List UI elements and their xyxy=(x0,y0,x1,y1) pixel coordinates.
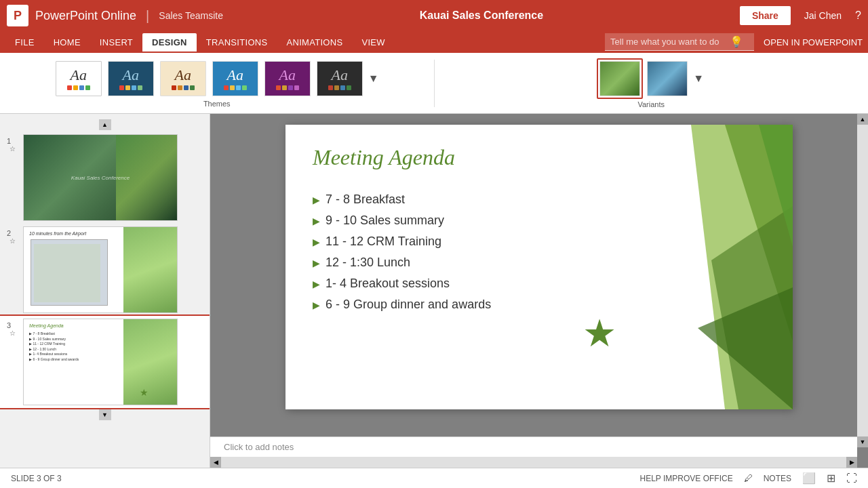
agenda-item-6: ▶ 6 - 9 Group dinner and awards xyxy=(313,298,491,312)
slide-number-1: 1 xyxy=(7,134,18,145)
search-input[interactable] xyxy=(610,37,726,47)
variant-green[interactable] xyxy=(597,58,643,99)
agenda-text-1: 7 - 8 Breakfast xyxy=(326,192,405,207)
help-icon[interactable]: ? xyxy=(855,9,861,22)
themes-scroll-down-button[interactable]: ▼ xyxy=(367,71,380,86)
variants-list: ▼ xyxy=(597,58,705,99)
status-bar: SLIDE 3 OF 3 HELP IMPROVE OFFICE 🖊 NOTES… xyxy=(0,468,868,488)
scrollbar-down-button[interactable]: ▼ xyxy=(857,436,868,447)
notes-bar[interactable]: Click to add notes xyxy=(210,436,857,457)
tab-transitions[interactable]: TRANSITIONS xyxy=(197,33,277,52)
document-title: Kauai Sales Conference xyxy=(230,9,733,22)
themes-section: Aa Aa xyxy=(5,59,429,108)
agenda-text-2: 9 - 10 Sales summary xyxy=(326,214,444,228)
themes-label: Themes xyxy=(203,100,231,108)
ribbon-divider xyxy=(434,60,435,107)
help-improve-label[interactable]: HELP IMPROVE OFFICE xyxy=(640,474,733,483)
slide-thumbnail-3: Meeting Agenda ▶ 7 - 8 Breakfast▶ 9 - 10… xyxy=(23,319,178,405)
slide-title: Meeting Agenda xyxy=(313,145,455,170)
scrollbar-left-button[interactable]: ◀ xyxy=(210,457,221,468)
app-title: PowerPoint Online xyxy=(35,9,136,23)
bullet-4: ▶ xyxy=(313,258,320,268)
scrollbar-up-button[interactable]: ▲ xyxy=(857,114,868,125)
agenda-item-3: ▶ 11 - 12 CRM Training xyxy=(313,235,491,249)
agenda-text-3: 11 - 12 CRM Training xyxy=(326,235,441,249)
fullscreen-icon[interactable]: ⛶ xyxy=(846,472,857,485)
title-bar: P PowerPoint Online | Sales Teamsite Kau… xyxy=(0,0,868,31)
variants-scroll-down-button[interactable]: ▼ xyxy=(692,71,705,86)
user-name: Jai Chen xyxy=(804,10,842,21)
share-button[interactable]: Share xyxy=(740,6,791,25)
bullet-5: ▶ xyxy=(313,279,320,289)
theme-retrospect[interactable]: Aa xyxy=(262,59,313,98)
agenda-text-5: 1- 4 Breakout sessions xyxy=(326,277,450,291)
slide-item-1[interactable]: 1 ☆ Kauai Sales Conference xyxy=(0,131,210,224)
status-right: HELP IMPROVE OFFICE 🖊 NOTES ⬜ ⊞ ⛶ xyxy=(640,472,857,485)
slide-thumbnail-2: 10 minutes from the Airport xyxy=(23,226,178,313)
theme-facet[interactable]: Aa xyxy=(158,59,208,98)
tab-design[interactable]: DESIGN xyxy=(142,33,197,52)
bullet-6: ▶ xyxy=(313,300,320,310)
green-star-decoration: ★ xyxy=(583,311,616,355)
theme-basis[interactable]: Aa xyxy=(106,59,156,98)
tab-home[interactable]: HOME xyxy=(44,33,90,52)
canvas-scrollbar-bottom[interactable]: ◀ ▶ xyxy=(210,457,857,468)
ribbon-search-box[interactable]: 💡 xyxy=(605,33,754,51)
slide-canvas: Meeting Agenda ▶ 7 - 8 Breakfast ▶ 9 - 1… xyxy=(285,125,793,409)
powerpoint-logo: P xyxy=(7,5,28,26)
tab-insert[interactable]: INSERT xyxy=(90,33,142,52)
theme-office[interactable]: Aa xyxy=(54,59,104,98)
notes-placeholder[interactable]: Click to add notes xyxy=(224,442,294,452)
slide-item-3[interactable]: 3 ☆ Meeting Agenda ▶ 7 - 8 Breakfast▶ 9 … xyxy=(0,316,210,408)
slide-panel: ▲ 1 ☆ Kauai Sales Conference 2 ☆ xyxy=(0,114,210,468)
slide-number-3: 3 xyxy=(7,319,18,329)
themes-list: Aa Aa xyxy=(54,59,380,98)
theme-ion[interactable]: Aa xyxy=(210,59,260,98)
variants-section: ▼ Variants xyxy=(440,58,863,108)
agenda-item-4: ▶ 12 - 1:30 Lunch xyxy=(313,256,491,270)
slide-item-2[interactable]: 2 ☆ 10 minutes from the Airport xyxy=(0,224,210,316)
agenda-item-5: ▶ 1- 4 Breakout sessions xyxy=(313,277,491,291)
main-area: ▲ 1 ☆ Kauai Sales Conference 2 ☆ xyxy=(0,114,868,468)
agenda-item-1: ▶ 7 - 8 Breakfast xyxy=(313,192,491,207)
agenda-text-4: 12 - 1:30 Lunch xyxy=(326,256,410,270)
canvas-area: Meeting Agenda ▶ 7 - 8 Breakfast ▶ 9 - 1… xyxy=(210,114,868,468)
slide-thumbnail-1: Kauai Sales Conference xyxy=(23,134,178,221)
green-decoration xyxy=(589,125,793,409)
theme-slate[interactable]: Aa xyxy=(315,59,365,98)
title-separator: | xyxy=(146,8,149,24)
ribbon-content: Aa Aa xyxy=(0,53,868,114)
bullet-1: ▶ xyxy=(313,195,320,205)
canvas-scrollbar-right[interactable]: ▲ ▼ xyxy=(857,114,868,447)
notes-icon[interactable]: 🖊 xyxy=(744,473,753,483)
slide-sorter-icon[interactable]: ⊞ xyxy=(827,472,835,485)
variant-blue[interactable] xyxy=(645,59,690,98)
agenda-list: ▶ 7 - 8 Breakfast ▶ 9 - 10 Sales summary… xyxy=(313,192,491,319)
site-title: Sales Teamsite xyxy=(159,10,223,21)
notes-label[interactable]: NOTES xyxy=(764,474,791,483)
normal-view-icon[interactable]: ⬜ xyxy=(802,472,816,485)
ribbon-tabs: FILE HOME INSERT DESIGN TRANSITIONS ANIM… xyxy=(0,31,868,53)
slide-star-3: ☆ xyxy=(9,329,16,337)
agenda-text-6: 6 - 9 Group dinner and awards xyxy=(326,298,491,312)
slide-star-2: ☆ xyxy=(9,237,16,245)
tab-file[interactable]: FILE xyxy=(5,33,44,52)
scrollbar-right-button[interactable]: ▶ xyxy=(846,457,857,468)
agenda-item-2: ▶ 9 - 10 Sales summary xyxy=(313,214,491,228)
slide-number-2: 2 xyxy=(7,226,18,237)
panel-scroll-down-button[interactable]: ▼ xyxy=(99,409,111,420)
bullet-2: ▶ xyxy=(313,216,320,226)
variants-label: Variants xyxy=(637,100,665,108)
lightbulb-icon: 💡 xyxy=(730,35,743,48)
bullet-3: ▶ xyxy=(313,237,320,247)
tab-animations[interactable]: ANIMATIONS xyxy=(277,33,352,52)
open-in-powerpoint-button[interactable]: OPEN IN POWERPOINT xyxy=(764,37,863,47)
slide-star-1: ☆ xyxy=(9,145,16,152)
panel-scroll-up-button[interactable]: ▲ xyxy=(99,119,111,130)
tab-view[interactable]: VIEW xyxy=(352,33,394,52)
slide-status: SLIDE 3 OF 3 xyxy=(11,474,640,483)
